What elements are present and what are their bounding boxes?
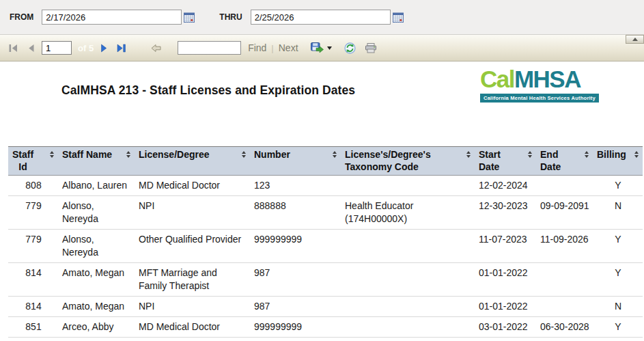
sort-icon[interactable]	[50, 151, 54, 158]
column-header-end-date[interactable]: End Date	[536, 147, 593, 176]
table-cell	[536, 297, 593, 317]
table-cell: Other Qualified Provider	[135, 230, 250, 263]
table-cell: Alonso, Nereyda	[58, 196, 135, 230]
export-save-icon	[311, 46, 324, 56]
parameter-panel: FROM THRU	[0, 0, 644, 35]
table-cell: 987	[250, 297, 341, 317]
table-cell: 888888	[250, 196, 341, 230]
table-cell: 999999999	[250, 230, 341, 263]
table-cell: 814	[8, 297, 58, 317]
sort-icon[interactable]	[466, 151, 471, 158]
table-cell: 11-09-2026	[536, 230, 593, 263]
column-header-billing[interactable]: Billing	[593, 147, 643, 176]
find-text-input[interactable]	[178, 41, 241, 55]
table-cell: Alonso, Nereyda	[58, 230, 135, 263]
next-page-button[interactable]	[100, 44, 109, 53]
calmhsa-logo-wordmark: CalMHSA	[480, 68, 599, 90]
column-header-taxonomy-code[interactable]: License's/Degree's Taxonomy Code	[341, 147, 475, 176]
column-header-number[interactable]: Number	[250, 147, 341, 176]
refresh-button[interactable]	[344, 42, 356, 54]
table-cell	[536, 263, 593, 297]
table-cell: 814	[8, 263, 58, 297]
column-header-staff-id[interactable]: Staff Id	[8, 147, 58, 176]
last-page-button[interactable]	[116, 44, 126, 53]
table-row: 814Amato, MeganNPI98701-01-2022N	[8, 297, 643, 317]
report-viewer: FROM THRU	[0, 0, 644, 341]
table-cell: 01-01-2022	[475, 297, 536, 317]
table-cell: 09-09-2091	[536, 196, 593, 230]
table-cell: NPI	[135, 196, 250, 230]
logo-tagline: California Mental Health Services Author…	[480, 94, 599, 103]
sort-icon[interactable]	[585, 151, 589, 158]
from-calendar-button[interactable]	[184, 12, 195, 23]
from-label: FROM	[10, 12, 33, 22]
column-label: Staff Id	[12, 148, 33, 173]
logo-cal-text: Cal	[480, 66, 514, 92]
sort-icon[interactable]	[333, 151, 337, 158]
back-to-parent-button[interactable]	[151, 44, 161, 53]
last-page-icon	[116, 44, 126, 55]
calendar-icon	[393, 14, 404, 25]
table-cell: Arceo, Abby	[58, 317, 135, 338]
table-row: 779Alonso, NereydaOther Qualified Provid…	[8, 230, 643, 263]
table-cell: Y	[593, 176, 643, 196]
column-label: License/Degree	[139, 148, 210, 161]
sort-icon[interactable]	[634, 151, 639, 158]
table-cell	[536, 176, 593, 196]
find-button[interactable]: Find	[248, 42, 266, 53]
column-label: Staff Name	[62, 148, 112, 161]
table-cell: 987	[250, 263, 341, 297]
scroll-up-button[interactable]	[626, 35, 644, 44]
table-cell	[341, 230, 475, 263]
thru-calendar-button[interactable]	[393, 12, 404, 23]
column-label: End Date	[540, 148, 561, 173]
find-next-button[interactable]: Next	[279, 42, 298, 53]
table-body: 808Albano, LaurenMD Medical Doctor12312-…	[8, 176, 643, 338]
table-cell: N	[593, 196, 643, 230]
table-cell: 851	[8, 317, 58, 338]
report-toolbar: of 5 Find |	[0, 35, 644, 62]
table-cell: Y	[593, 317, 643, 338]
table-cell	[341, 297, 475, 317]
calendar-icon	[184, 14, 195, 25]
column-label: Start Date	[479, 148, 501, 173]
table-cell: 123	[250, 176, 341, 196]
sort-icon[interactable]	[528, 151, 532, 158]
table-cell: Amato, Megan	[58, 297, 135, 317]
table-cell: 12-30-2023	[475, 196, 536, 230]
column-header-staff-name[interactable]: Staff Name	[58, 147, 135, 176]
column-label: License's/Degree's Taxonomy Code	[345, 148, 431, 173]
find-next-separator: |	[271, 43, 273, 53]
table-cell: 779	[8, 230, 58, 263]
page-count-label: of 5	[78, 43, 94, 53]
export-dropdown-caret[interactable]	[327, 46, 332, 50]
report-title: CalMHSA 213 - Staff Licenses and Expirat…	[61, 83, 355, 98]
previous-page-button[interactable]	[27, 44, 35, 53]
staff-licenses-table: Staff Id Staff Name License/Degree Numbe…	[8, 146, 643, 338]
scroll-up-icon	[632, 38, 638, 41]
caret-down-icon	[327, 42, 332, 52]
page-number-input[interactable]	[42, 41, 72, 55]
sort-icon[interactable]	[126, 151, 130, 158]
column-header-start-date[interactable]: Start Date	[475, 147, 536, 176]
first-page-icon	[8, 44, 18, 55]
column-header-license-degree[interactable]: License/Degree	[135, 147, 250, 176]
table-cell: Albano, Lauren	[58, 176, 135, 196]
table-cell: 11-07-2023	[475, 230, 536, 263]
export-button[interactable]	[311, 42, 324, 54]
print-icon	[365, 45, 377, 55]
thru-date-input[interactable]	[251, 10, 391, 25]
column-label: Billing	[597, 148, 626, 161]
print-button[interactable]	[365, 43, 377, 53]
calmhsa-logo: CalMHSA California Mental Health Service…	[480, 68, 599, 103]
table-cell: N	[593, 297, 643, 317]
table-cell: Amato, Megan	[58, 263, 135, 297]
sort-icon[interactable]	[242, 151, 246, 158]
first-page-button[interactable]	[8, 44, 18, 53]
table-cell: 999999999	[250, 317, 341, 338]
table-cell: 779	[8, 196, 58, 230]
table-cell: MD Medical Doctor	[135, 176, 250, 196]
from-date-input[interactable]	[42, 10, 182, 25]
table-cell: MD Medical Doctor	[135, 317, 250, 338]
table-cell: 03-01-2022	[475, 317, 536, 338]
